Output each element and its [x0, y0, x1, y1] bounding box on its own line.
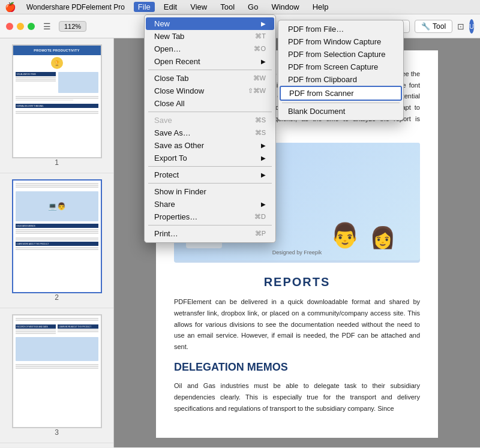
menu-close-tab-label: Close Tab: [154, 74, 248, 83]
page-3-thumbnail: RECORDS OF MEETINGS AND DATA LEARN MORE …: [12, 314, 102, 428]
page-2-thumbnail: 💻👨 DELEGATION MEMOS LEARN MORE ABOUT THI…: [12, 179, 102, 293]
user-avatar[interactable]: U: [469, 19, 474, 34]
menu-close-tab-shortcut: ⌘W: [253, 74, 266, 82]
minimize-button[interactable]: [17, 23, 24, 30]
menu-save-other-arrow: ▶: [261, 142, 266, 149]
menu-item-save-as[interactable]: Save As… ⌘S: [146, 127, 274, 139]
pdf-paragraph-3: PDFElement can be delivered in a quick d…: [174, 296, 420, 352]
menu-open-recent-label: Open Recent: [154, 57, 259, 66]
tool-icon: 🔧: [421, 22, 430, 31]
file-menu-sep-1: [148, 70, 272, 70]
submenu-pdf-from-clipboard[interactable]: PDF from Clipboard: [280, 73, 402, 86]
menu-protect-arrow: ▶: [261, 172, 266, 178]
submenu-pdf-from-window[interactable]: PDF from Window Capture: [280, 35, 402, 48]
menu-item-show-finder[interactable]: Show in Finder: [146, 185, 274, 198]
menu-print-label: Print…: [154, 229, 250, 238]
menu-share-arrow: ▶: [261, 201, 266, 208]
menu-item-save: Save ⌘S: [146, 114, 274, 127]
sidebar-toggle-icon[interactable]: ☰: [40, 19, 54, 34]
sidebar-page-3[interactable]: RECORDS OF MEETINGS AND DATA LEARN MORE …: [0, 308, 113, 443]
menu-properties-label: Properties…: [154, 212, 250, 221]
page-3-number: 3: [55, 428, 59, 437]
menu-item-close-window[interactable]: Close Window ⇧⌘W: [146, 85, 274, 97]
menu-close-window-label: Close Window: [154, 86, 243, 95]
menu-item-close-tab[interactable]: Close Tab ⌘W: [146, 72, 274, 85]
traffic-lights: [6, 23, 35, 30]
apple-logo-icon: 🍎: [5, 2, 16, 13]
sidebar-page-1[interactable]: PROMOTE PRODUCTIVITY 🏆 VISUALIZATION ITE…: [0, 38, 113, 173]
pdf-from-window-label: PDF from Window Capture: [288, 37, 381, 46]
submenu-pdf-from-scanner[interactable]: PDF from Scanner: [280, 86, 402, 101]
menubar-file[interactable]: File: [134, 2, 155, 12]
page-2-number: 2: [55, 293, 59, 302]
sidebar-page-2[interactable]: 💻👨 DELEGATION MEMOS LEARN MORE ABOUT THI…: [0, 173, 113, 308]
menu-new-arrow: ▶: [261, 20, 266, 27]
menubar-app-name: Wondershare PDFelement Pro: [22, 2, 129, 12]
menu-export-label: Export To: [154, 154, 259, 163]
menu-new-tab-shortcut: ⌘T: [255, 32, 266, 40]
submenu-pdf-from-selection[interactable]: PDF from Selection Capture: [280, 48, 402, 61]
pdf-from-scanner-label: PDF from Scanner: [289, 89, 354, 98]
pdf-from-file-label: PDF from File…: [288, 25, 344, 34]
pdf-delegation-title: DELEGATION MEMOS: [174, 359, 420, 376]
blank-document-label: Blank Document: [288, 107, 345, 116]
tool-button[interactable]: 🔧 Tool: [415, 20, 452, 33]
menubar-help[interactable]: Help: [308, 2, 333, 12]
toolbar-left: ☰ 112%: [0, 19, 114, 34]
menu-show-finder-label: Show in Finder: [154, 187, 266, 196]
expand-icon[interactable]: ⊡: [457, 19, 464, 34]
menu-properties-shortcut: ⌘D: [254, 213, 266, 221]
menu-item-protect[interactable]: Protect ▶: [146, 169, 274, 181]
menu-save-label: Save: [154, 116, 250, 125]
menu-item-print[interactable]: Print… ⌘P: [146, 227, 274, 240]
menu-item-save-as-other[interactable]: Save as Other ▶: [146, 139, 274, 152]
new-submenu: PDF from File… PDF from Window Capture P…: [278, 20, 404, 121]
menu-save-shortcut: ⌘S: [255, 116, 266, 124]
menubar-tool[interactable]: Tool: [216, 2, 239, 12]
menu-item-export[interactable]: Export To ▶: [146, 152, 274, 164]
menubar: 🍎 Wondershare PDFelement Pro File Edit V…: [0, 0, 480, 14]
menu-new-label: New: [154, 19, 259, 28]
menu-save-as-shortcut: ⌘S: [255, 129, 266, 137]
menu-export-arrow: ▶: [261, 155, 266, 161]
submenu-pdf-from-file[interactable]: PDF from File…: [280, 23, 402, 35]
menu-item-open-recent[interactable]: Open Recent ▶: [146, 55, 274, 68]
menu-item-new[interactable]: New ▶ PDF from File… PDF from Window Cap…: [146, 17, 274, 30]
menubar-window[interactable]: Window: [267, 2, 303, 12]
close-button[interactable]: [6, 23, 13, 30]
menu-open-shortcut: ⌘O: [254, 45, 266, 53]
file-menu-sep-3: [148, 166, 272, 167]
file-menu-dropdown: New ▶ PDF from File… PDF from Window Cap…: [144, 14, 276, 243]
menu-close-all-label: Close All: [154, 99, 266, 108]
file-menu-sep-4: [148, 183, 272, 184]
tool-label: Tool: [433, 22, 446, 31]
page-sidebar: PROMOTE PRODUCTIVITY 🏆 VISUALIZATION ITE…: [0, 38, 114, 447]
pdf-reports-title: REPORTS: [174, 272, 420, 291]
zoom-control[interactable]: 112%: [59, 21, 86, 32]
menu-save-other-label: Save as Other: [154, 141, 259, 150]
menu-item-share[interactable]: Share ▶: [146, 198, 274, 211]
page-1-thumbnail: PROMOTE PRODUCTIVITY 🏆 VISUALIZATION ITE…: [12, 44, 102, 158]
menu-save-as-label: Save As…: [154, 128, 250, 137]
menu-open-label: Open…: [154, 44, 249, 53]
pdf-from-clipboard-label: PDF from Clipboard: [288, 75, 357, 84]
pdf-from-screen-label: PDF from Screen Capture: [288, 62, 378, 71]
menu-item-new-tab[interactable]: New Tab ⌘T: [146, 30, 274, 43]
submenu-separator: [282, 103, 400, 103]
maximize-button[interactable]: [28, 23, 35, 30]
submenu-blank-document[interactable]: Blank Document: [280, 105, 402, 118]
menu-item-properties[interactable]: Properties… ⌘D: [146, 211, 274, 223]
menu-open-recent-arrow: ▶: [261, 58, 266, 65]
pdf-from-selection-label: PDF from Selection Capture: [288, 50, 386, 59]
menubar-edit[interactable]: Edit: [160, 2, 181, 12]
submenu-pdf-from-screen[interactable]: PDF from Screen Capture: [280, 61, 402, 73]
menu-share-label: Share: [154, 200, 259, 209]
menu-item-close-all[interactable]: Close All: [146, 97, 274, 110]
file-menu-sep-2: [148, 112, 272, 112]
menu-item-open[interactable]: Open… ⌘O: [146, 43, 274, 55]
menubar-go[interactable]: Go: [244, 2, 262, 12]
menu-close-window-shortcut: ⇧⌘W: [248, 87, 266, 95]
file-menu-sep-5: [148, 225, 272, 225]
pdf-paragraph-4: Oil and Gas industries must be able to d…: [174, 380, 420, 414]
menubar-view[interactable]: View: [186, 2, 211, 12]
